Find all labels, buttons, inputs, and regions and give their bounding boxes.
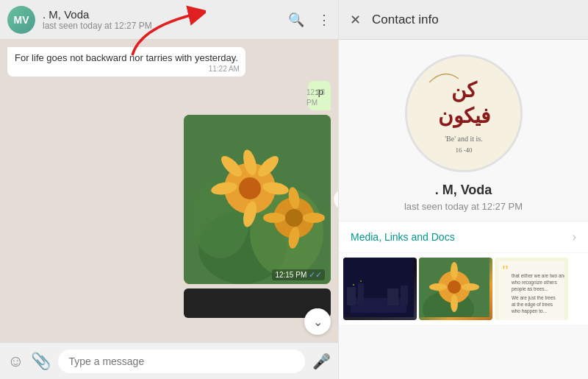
svg-point-13 (285, 209, 303, 227)
scroll-down-button[interactable]: ⌄ (304, 308, 331, 335)
svg-text:": " (502, 261, 509, 280)
svg-point-37 (429, 283, 447, 291)
avatar[interactable]: MV (7, 6, 35, 34)
message-incoming: For life goes not backward nor tarries w… (7, 47, 245, 77)
svg-rect-27 (387, 288, 398, 305)
contact-info-header: ✕ Contact info (339, 0, 588, 40)
svg-point-29 (353, 284, 354, 286)
svg-text:We are just the trees: We are just the trees (512, 295, 556, 301)
message-time: 12:03 PM (306, 88, 325, 108)
svg-text:كن: كن (451, 79, 478, 102)
chat-input-bar: ☺ 📎 🎤 (0, 342, 338, 379)
chat-header-info: . M, Voda last seen today at 12:27 PM (43, 8, 288, 31)
more-options-icon[interactable]: ⋮ (318, 12, 331, 28)
chat-panel: MV . M, Voda last seen today at 12:27 PM… (0, 0, 338, 379)
mic-icon[interactable]: 🎤 (312, 353, 331, 370)
svg-text:who recognize others: who recognize others (511, 280, 558, 286)
chat-messages: For life goes not backward nor tarries w… (0, 40, 338, 342)
search-icon[interactable]: 🔍 (288, 12, 304, 28)
svg-text:فيكون: فيكون (437, 105, 490, 128)
profile-picture[interactable]: كن فيكون 'Be' and it is. 16 -40 (405, 54, 523, 172)
contact-name-label: . M, Voda (435, 183, 492, 198)
contact-status-label: last seen today at 12:27 PM (404, 201, 523, 212)
media-label: Media, Links and Docs (351, 231, 455, 243)
svg-rect-28 (401, 286, 408, 305)
emoji-icon[interactable]: ☺ (7, 352, 24, 371)
forward-button[interactable]: ↪ (334, 190, 338, 209)
message-outgoing-text: :p 12:03 PM (308, 81, 331, 110)
message-text: For life goes not backward nor tarries w… (15, 52, 238, 63)
contact-body: كن فيكون 'Be' and it is. 16 -40 . M, Vod… (339, 40, 588, 379)
chevron-right-icon: › (573, 230, 576, 244)
svg-point-17 (303, 213, 325, 223)
svg-point-36 (451, 294, 458, 312)
svg-rect-26 (358, 283, 364, 305)
svg-point-30 (360, 280, 362, 282)
media-links-docs-button[interactable]: Media, Links and Docs › (339, 222, 588, 253)
media-thumb-2[interactable] (419, 258, 492, 320)
contact-name: . M, Voda (43, 8, 288, 21)
contact-panel: ✕ Contact info كن فيكون 'Be' and it is. … (338, 0, 588, 379)
profile-circle-inner: كن فيكون 'Be' and it is. 16 -40 (407, 57, 520, 170)
image-time: 12:15 PM ✓✓ (272, 269, 325, 280)
svg-point-34 (448, 280, 461, 294)
media-thumbnails: ❤️❤️❤️ ИБЕШМАРТ (339, 253, 588, 325)
message-image: 12:15 PM ✓✓ (184, 115, 331, 284)
chat-header: MV . M, Voda last seen today at 12:27 PM… (0, 0, 338, 40)
close-icon[interactable]: ✕ (350, 12, 361, 28)
svg-point-35 (451, 262, 458, 280)
svg-point-38 (462, 283, 479, 291)
message-input[interactable] (58, 350, 305, 373)
avatar-image: MV (7, 6, 35, 34)
message-time: 11:22 AM (209, 64, 240, 74)
chevron-down-icon: ⌄ (313, 315, 323, 329)
svg-rect-25 (347, 287, 356, 305)
svg-text:people as trees...: people as trees... (512, 286, 548, 292)
media-thumb-3[interactable]: " that either we are two angels who reco… (495, 258, 568, 320)
contact-status: last seen today at 12:27 PM (43, 21, 288, 31)
media-section: Media, Links and Docs › ❤️❤️❤️ ИБЕШМАРТ (339, 221, 588, 325)
attach-icon[interactable]: 📎 (31, 352, 51, 371)
svg-text:16 -40: 16 -40 (455, 146, 473, 154)
contact-info-title: Contact info (372, 13, 439, 27)
message-image-wrap: 12:15 PM ✓✓ ↪ (184, 115, 331, 284)
svg-point-16 (263, 213, 285, 223)
svg-text:that either we are two angels: that either we are two angels (512, 273, 564, 279)
svg-text:who happen to...: who happen to... (511, 308, 547, 314)
svg-text:'Be' and it is.: 'Be' and it is. (445, 135, 482, 143)
svg-point-5 (239, 177, 261, 199)
svg-text:at the edge of trees: at the edge of trees (512, 302, 553, 308)
media-thumb-1[interactable]: ❤️❤️❤️ ИБЕШМАРТ (343, 258, 417, 320)
header-icons: 🔍 ⋮ (288, 12, 331, 28)
